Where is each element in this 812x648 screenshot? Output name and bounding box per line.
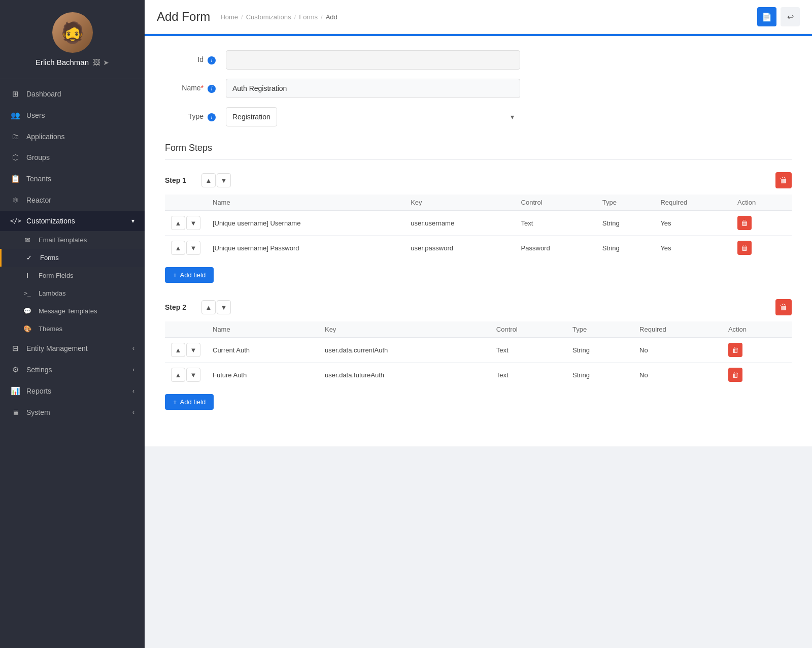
row-move-up[interactable]: ▲ xyxy=(171,368,185,382)
groups-icon: ⬡ xyxy=(10,153,20,162)
row-move-cell: ▲ ▼ xyxy=(165,211,207,236)
sidebar-item-label: Groups xyxy=(26,153,50,161)
step-1-move-btns: ▲ ▼ xyxy=(201,173,231,187)
row-delete-button[interactable]: 🗑 xyxy=(728,343,742,357)
type-label: Type i xyxy=(165,112,226,121)
sidebar-item-forms[interactable]: ✓ Forms xyxy=(0,249,145,267)
step-1-add-field-button[interactable]: + Add field xyxy=(165,267,214,283)
sidebar-nav: ⊞ Dashboard 👥 Users 🗂 Applications ⬡ Gro… xyxy=(0,83,145,648)
type-select[interactable]: Registration Login Profile xyxy=(226,107,277,126)
row-control: Password xyxy=(515,236,596,261)
chevron-right-icon: ‹ xyxy=(132,387,134,395)
breadcrumb-customizations[interactable]: Customizations xyxy=(246,13,291,21)
step-1-label: Step 1 xyxy=(165,176,195,184)
profile-location-icon[interactable]: ➤ xyxy=(103,58,109,67)
chevron-down-icon: ▾ xyxy=(131,217,134,224)
col-required: Required xyxy=(654,195,731,211)
sidebar-item-applications[interactable]: 🗂 Applications xyxy=(0,126,145,147)
sidebar-item-label: Entity Management xyxy=(26,344,88,352)
table-row: ▲ ▼ Future Auth user.data.futureAuth Tex… xyxy=(165,363,792,387)
sidebar-item-entity-management[interactable]: ⊟ Entity Management ‹ xyxy=(0,338,145,359)
row-type: String xyxy=(596,211,655,236)
page-title: Add Form xyxy=(157,10,210,24)
sidebar-item-label: Users xyxy=(26,111,45,119)
table-header-row: Name Key Control Type Required Action xyxy=(165,195,792,211)
back-button[interactable]: ↩ xyxy=(781,7,800,26)
chevron-right-icon: ‹ xyxy=(132,366,134,373)
name-info-icon[interactable]: i xyxy=(208,85,216,93)
row-name: [Unique username] Username xyxy=(207,211,404,236)
row-move-down[interactable]: ▼ xyxy=(186,241,200,255)
row-move-down[interactable]: ▼ xyxy=(186,343,200,357)
sidebar-item-label: Tenants xyxy=(26,175,51,183)
sidebar-item-customizations[interactable]: </> Customizations ▾ xyxy=(0,211,145,231)
save-button[interactable]: 📄 xyxy=(757,7,776,26)
id-input[interactable] xyxy=(226,50,520,70)
sidebar-item-users[interactable]: 👥 Users xyxy=(0,105,145,126)
step-2-move-up[interactable]: ▲ xyxy=(201,300,216,314)
sidebar-item-groups[interactable]: ⬡ Groups xyxy=(0,147,145,168)
step-1-move-up[interactable]: ▲ xyxy=(201,173,216,187)
table-row: ▲ ▼ Current Auth user.data.currentAuth T… xyxy=(165,338,792,363)
trash-icon: 🗑 xyxy=(780,303,788,312)
system-icon: 🖥 xyxy=(10,408,20,416)
row-move-btns: ▲ ▼ xyxy=(171,216,200,230)
row-required: Yes xyxy=(654,211,731,236)
sidebar-item-label: Reactor xyxy=(26,196,51,204)
trash-icon: 🗑 xyxy=(732,346,739,354)
row-key: user.data.currentAuth xyxy=(319,338,490,363)
breadcrumb-sep: / xyxy=(294,13,296,21)
row-move-up[interactable]: ▲ xyxy=(171,241,185,255)
trash-icon: 🗑 xyxy=(780,176,788,185)
step-1-table: Name Key Control Type Required Action xyxy=(165,195,792,260)
sidebar-item-form-fields[interactable]: I Form Fields xyxy=(0,267,145,284)
sidebar-item-settings[interactable]: ⚙ Settings ‹ xyxy=(0,359,145,380)
breadcrumb-current: Add xyxy=(326,13,337,21)
row-move-down[interactable]: ▼ xyxy=(186,368,200,382)
sidebar-item-system[interactable]: 🖥 System ‹ xyxy=(0,402,145,423)
breadcrumb-home[interactable]: Home xyxy=(220,13,238,21)
row-delete-button[interactable]: 🗑 xyxy=(737,241,752,255)
row-move-up[interactable]: ▲ xyxy=(171,343,185,357)
sidebar-item-label: Form Fields xyxy=(39,272,74,279)
step-2-move-down[interactable]: ▼ xyxy=(217,300,231,314)
name-input[interactable] xyxy=(226,79,520,98)
sidebar-item-lambdas[interactable]: >_ Lambdas xyxy=(0,284,145,302)
step-2-label: Step 2 xyxy=(165,303,195,311)
sidebar-item-message-templates[interactable]: 💬 Message Templates xyxy=(0,302,145,320)
sidebar-item-label: Reports xyxy=(26,387,51,395)
col-name: Name xyxy=(207,321,319,338)
sidebar-item-email-templates[interactable]: ✉ Email Templates xyxy=(0,231,145,249)
type-info-icon[interactable]: i xyxy=(208,113,216,121)
table-row: ▲ ▼ [Unique username] Password user.pass… xyxy=(165,236,792,261)
customizations-icon: </> xyxy=(10,217,20,224)
step-2-block: Step 2 ▲ ▼ 🗑 Name xyxy=(165,299,792,410)
breadcrumb-forms[interactable]: Forms xyxy=(299,13,318,21)
row-move-up[interactable]: ▲ xyxy=(171,216,185,230)
step-2-delete-button[interactable]: 🗑 xyxy=(775,299,792,315)
row-required: No xyxy=(633,338,722,363)
row-move-down[interactable]: ▼ xyxy=(186,216,200,230)
col-type: Type xyxy=(596,195,655,211)
row-delete-button[interactable]: 🗑 xyxy=(737,216,752,230)
step-2-add-field-button[interactable]: + Add field xyxy=(165,394,214,410)
users-icon: 👥 xyxy=(10,111,20,120)
row-control: Text xyxy=(490,363,566,387)
sidebar-item-themes[interactable]: 🎨 Themes xyxy=(0,320,145,338)
step-1-move-down[interactable]: ▼ xyxy=(217,173,231,187)
sidebar-item-tenants[interactable]: 📋 Tenants xyxy=(0,168,145,189)
sidebar-item-dashboard[interactable]: ⊞ Dashboard xyxy=(0,83,145,105)
sidebar-item-reports[interactable]: 📊 Reports ‹ xyxy=(0,380,145,402)
sidebar-item-reactor[interactable]: ⚛ Reactor xyxy=(0,189,145,211)
step-1-delete-button[interactable]: 🗑 xyxy=(775,172,792,188)
row-delete-button[interactable]: 🗑 xyxy=(728,368,742,382)
reports-icon: 📊 xyxy=(10,386,20,396)
sidebar-item-label: Customizations xyxy=(26,217,75,225)
form-card: Id i Name* i Type i xyxy=(145,34,812,446)
row-name: [Unique username] Password xyxy=(207,236,404,261)
chevron-right-icon: ‹ xyxy=(132,409,134,416)
trash-icon: 🗑 xyxy=(732,371,739,379)
id-info-icon[interactable]: i xyxy=(208,56,216,64)
profile-image-icon[interactable]: 🖼 xyxy=(93,58,100,67)
row-key: user.password xyxy=(404,236,515,261)
